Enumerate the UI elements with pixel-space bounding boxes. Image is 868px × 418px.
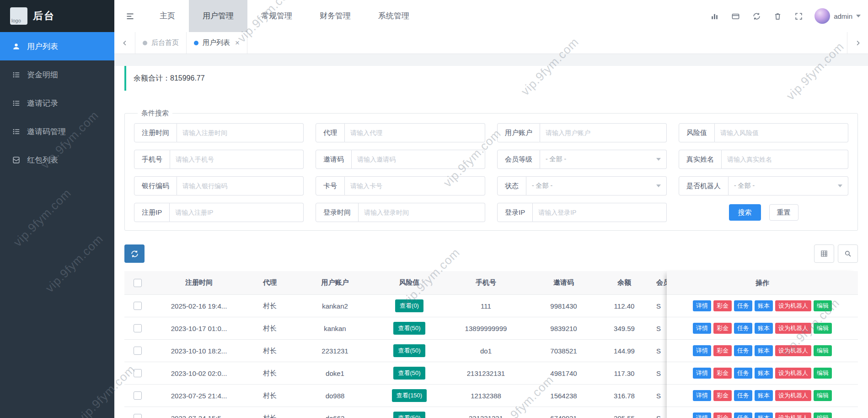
ledger-button[interactable]: 账本: [755, 390, 773, 401]
edit-button[interactable]: 编辑: [814, 413, 832, 418]
edit-button[interactable]: 编辑: [814, 368, 832, 379]
tabs-scroll-right-icon[interactable]: [847, 32, 868, 54]
sidebar-toggle-icon[interactable]: [114, 0, 146, 32]
risk-view-button[interactable]: 查看(50): [393, 344, 425, 357]
cell-phone: 231231231: [441, 407, 530, 418]
edit-button[interactable]: 编辑: [814, 323, 832, 334]
row-checkbox[interactable]: [134, 302, 142, 310]
row-checkbox[interactable]: [134, 347, 142, 355]
sidebar-item-0[interactable]: 用户列表: [0, 32, 114, 60]
set-robot-button[interactable]: 设为机器人: [775, 390, 811, 401]
row-checkbox[interactable]: [134, 369, 142, 377]
row-checkbox[interactable]: [134, 324, 142, 332]
task-button[interactable]: 任务: [734, 390, 752, 401]
field-input-7[interactable]: [722, 150, 848, 169]
detail-button[interactable]: 详情: [693, 300, 711, 311]
trash-icon[interactable]: [767, 0, 788, 32]
bonus-button[interactable]: 彩金: [713, 368, 732, 379]
bonus-button[interactable]: 彩金: [713, 413, 732, 418]
task-button[interactable]: 任务: [734, 345, 752, 356]
chart-bar-icon[interactable]: [704, 0, 725, 32]
ledger-button[interactable]: 账本: [755, 345, 773, 356]
field-input-4[interactable]: [170, 150, 304, 169]
edit-button[interactable]: 编辑: [814, 390, 832, 401]
tab-1[interactable]: 用户列表×: [187, 32, 247, 54]
risk-view-button[interactable]: 查看(0): [395, 299, 423, 312]
field-input-8[interactable]: [177, 176, 304, 195]
refresh-icon[interactable]: [746, 0, 767, 32]
nav-item-0[interactable]: 主页: [146, 0, 189, 32]
select-all-checkbox[interactable]: [134, 279, 142, 287]
refresh-button[interactable]: [124, 244, 145, 263]
field-input-14[interactable]: [533, 203, 667, 222]
user-menu[interactable]: admin: [814, 8, 861, 24]
set-robot-button[interactable]: 设为机器人: [775, 300, 811, 311]
set-robot-button[interactable]: 设为机器人: [775, 345, 811, 356]
bonus-button[interactable]: 彩金: [713, 323, 732, 334]
search-toggle-icon[interactable]: [838, 244, 858, 263]
search-grid: 注册时间代理用户账户风险值手机号邀请码会员等级- 全部 -真实姓名银行编码卡号状…: [134, 121, 848, 222]
fullscreen-icon[interactable]: [788, 0, 809, 32]
sidebar-item-4[interactable]: 红包列表: [0, 146, 114, 174]
row-checkbox[interactable]: [134, 391, 142, 400]
detail-button[interactable]: 详情: [693, 345, 711, 356]
field-input-13[interactable]: [359, 203, 485, 222]
set-robot-button[interactable]: 设为机器人: [775, 323, 811, 334]
main-row: 用户列表资金明细邀请记录邀请码管理红包列表 后台首页用户列表× 余额合计：815…: [0, 32, 868, 418]
detail-button[interactable]: 详情: [693, 390, 711, 401]
field-input-1[interactable]: [345, 123, 485, 142]
risk-view-button[interactable]: 查看(150): [392, 389, 427, 402]
field-select-10[interactable]: - 全部 -: [526, 176, 667, 195]
reset-button[interactable]: 重置: [769, 204, 798, 221]
nav-item-4[interactable]: 系统管理: [364, 0, 423, 32]
tab-0[interactable]: 后台首页: [135, 32, 187, 54]
risk-view-button[interactable]: 查看(50): [393, 322, 425, 335]
bonus-button[interactable]: 彩金: [713, 390, 732, 401]
ledger-button[interactable]: 账本: [755, 323, 773, 334]
set-robot-button[interactable]: 设为机器人: [775, 413, 811, 418]
set-robot-button[interactable]: 设为机器人: [775, 368, 811, 379]
field-input-3[interactable]: [715, 123, 848, 142]
sidebar-item-3[interactable]: 邀请码管理: [0, 117, 114, 146]
row-checkbox[interactable]: [134, 414, 142, 418]
field-select-6[interactable]: - 全部 -: [540, 150, 667, 169]
field-input-9[interactable]: [345, 176, 485, 195]
search-button[interactable]: 搜索: [729, 204, 761, 221]
field-input-5[interactable]: [352, 150, 485, 169]
nav-item-2[interactable]: 常规管理: [247, 0, 306, 32]
task-button[interactable]: 任务: [734, 300, 752, 311]
sidebar-item-2[interactable]: 邀请记录: [0, 89, 114, 117]
risk-view-button[interactable]: 查看(50): [393, 412, 425, 418]
search-field-6: 会员等级- 全部 -: [497, 150, 667, 169]
cell-register-time: 2023-10-10 18:2...: [151, 340, 247, 362]
risk-view-button[interactable]: 查看(50): [393, 367, 425, 380]
detail-button[interactable]: 详情: [693, 368, 711, 379]
ledger-button[interactable]: 账本: [755, 300, 773, 311]
edit-button[interactable]: 编辑: [814, 300, 832, 311]
task-button[interactable]: 任务: [734, 368, 752, 379]
sidebar-item-1[interactable]: 资金明细: [0, 60, 114, 89]
nav-item-3[interactable]: 财务管理: [306, 0, 364, 32]
credit-card-icon[interactable]: [725, 0, 746, 32]
avatar[interactable]: [814, 8, 830, 24]
checkbox-cell: [124, 407, 151, 418]
field-input-0[interactable]: [177, 123, 304, 142]
user-name[interactable]: admin: [834, 12, 852, 20]
tab-close-icon[interactable]: ×: [235, 38, 240, 48]
nav-item-1[interactable]: 用户管理: [189, 0, 247, 32]
task-button[interactable]: 任务: [734, 323, 752, 334]
content: 余额合计：815996.77 条件搜索 注册时间代理用户账户风险值手机号邀请码会…: [114, 54, 868, 418]
ledger-button[interactable]: 账本: [755, 368, 773, 379]
detail-button[interactable]: 详情: [693, 413, 711, 418]
field-select-11[interactable]: - 全部 -: [729, 176, 848, 195]
bonus-button[interactable]: 彩金: [713, 300, 732, 311]
edit-button[interactable]: 编辑: [814, 345, 832, 356]
field-input-2[interactable]: [540, 123, 667, 142]
tabs-scroll-left-icon[interactable]: [114, 32, 135, 54]
task-button[interactable]: 任务: [734, 413, 752, 418]
bonus-button[interactable]: 彩金: [713, 345, 732, 356]
columns-grid-icon[interactable]: [814, 244, 834, 263]
ledger-button[interactable]: 账本: [755, 413, 773, 418]
detail-button[interactable]: 详情: [693, 323, 711, 334]
field-input-12[interactable]: [170, 203, 304, 222]
